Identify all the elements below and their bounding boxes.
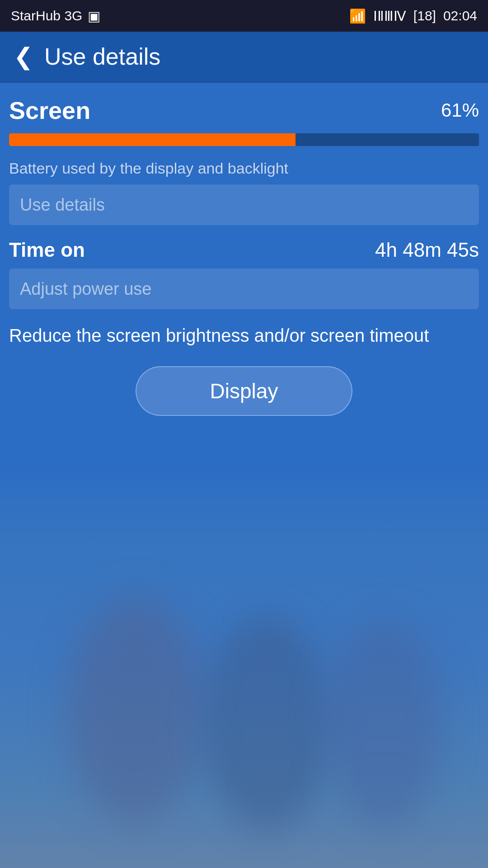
blur-shape-1: [68, 597, 203, 823]
use-details-button-label: Use details: [20, 195, 105, 215]
signal-icon: ⅠⅡⅢⅣ: [373, 8, 406, 24]
battery-icon: [18]: [413, 8, 436, 24]
time-on-label: Time on: [9, 239, 85, 261]
progress-bar-container: [9, 133, 479, 146]
reduce-description: Reduce the screen brightness and/or scre…: [9, 323, 479, 348]
wifi-icon: 📶: [349, 8, 366, 24]
status-bar: StarHub 3G ▣ 📶 ⅠⅡⅢⅣ [18] 02:04: [0, 0, 488, 32]
battery-used-text: Battery used by the display and backligh…: [9, 160, 479, 177]
main-content: Screen 61% Battery used by the display a…: [0, 83, 488, 429]
screen-percent: 61%: [441, 99, 479, 121]
back-button[interactable]: ❮: [14, 45, 33, 68]
time-display: 02:04: [443, 8, 477, 24]
blur-shape-3: [325, 619, 443, 827]
use-details-button[interactable]: Use details: [9, 184, 479, 225]
screen-header: Screen 61%: [9, 96, 479, 124]
status-bar-right: 📶 ⅠⅡⅢⅣ [18] 02:04: [349, 8, 477, 24]
adjust-power-button-label: Adjust power use: [20, 279, 152, 299]
page-title: Use details: [44, 43, 160, 70]
blur-shapes: [0, 461, 488, 868]
screen-label: Screen: [9, 96, 90, 124]
time-on-row: Time on 4h 48m 45s: [9, 239, 479, 261]
carrier-text: StarHub 3G: [11, 8, 82, 24]
blur-shape-2: [203, 615, 330, 832]
progress-bar-fill: [9, 133, 296, 146]
time-on-value: 4h 48m 45s: [375, 239, 479, 261]
gallery-icon: ▣: [88, 8, 100, 24]
adjust-power-button[interactable]: Adjust power use: [9, 269, 479, 309]
display-button-label: Display: [210, 379, 278, 403]
toolbar: ❮ Use details: [0, 32, 488, 81]
status-bar-left: StarHub 3G ▣: [11, 8, 100, 24]
display-button[interactable]: Display: [136, 366, 352, 416]
background-blur-area: [0, 461, 488, 868]
